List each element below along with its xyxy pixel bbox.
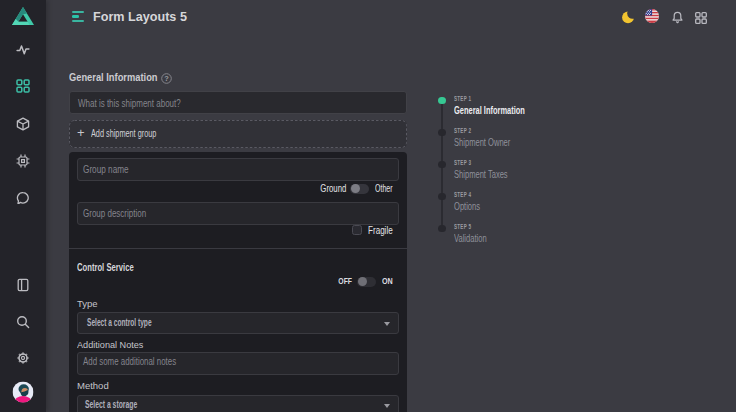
svg-text:?: ? — [164, 74, 169, 83]
